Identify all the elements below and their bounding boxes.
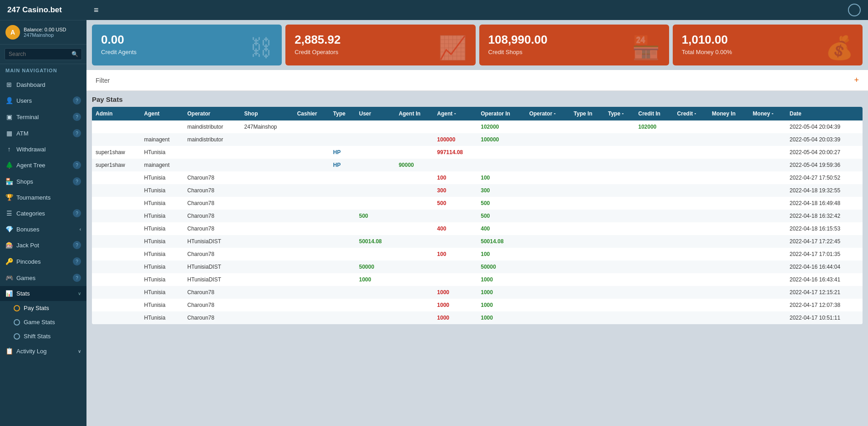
card-total-money: 1,010.00 Total Money 0.00% 💰 (673, 25, 863, 65)
filter-plus-button[interactable]: + (854, 75, 859, 85)
sidebar-item-agent-tree[interactable]: 🌲 Agent Tree ? (0, 157, 86, 173)
table-cell: 100 (477, 248, 525, 261)
table-cell (395, 210, 433, 222)
col-shop: Shop (240, 107, 293, 120)
table-cell (330, 286, 355, 299)
sidebar-item-activity-log[interactable]: 📋 Activity Log ∨ (0, 343, 86, 359)
table-cell (604, 311, 635, 324)
users-icon: 👤 (5, 97, 13, 104)
table-cell: HTunisia (140, 197, 183, 210)
table-cell (355, 222, 395, 235)
jackpot-badge: ? (73, 241, 81, 249)
table-cell (240, 248, 293, 261)
filter-label: Filter (96, 77, 110, 84)
table-cell (240, 235, 293, 248)
sidebar-item-games[interactable]: 🎮 Games ? (0, 270, 86, 286)
table-cell (92, 311, 140, 324)
stats-section-header[interactable]: 📊 Stats ∨ (0, 286, 86, 301)
table-cell (708, 261, 749, 273)
table-cell (330, 299, 355, 311)
col-operator: Operator (184, 107, 241, 120)
nav-section-title: MAIN NAVIGATION (0, 64, 86, 77)
search-input[interactable] (5, 48, 82, 60)
table-cell (330, 210, 355, 222)
sidebar-item-dashboard[interactable]: ⊞ Dashboard (0, 77, 86, 92)
table-cell (708, 184, 749, 197)
table-cell: 1000 (477, 273, 525, 286)
pincodes-icon: 🔑 (5, 258, 13, 265)
table-cell (526, 171, 570, 184)
sidebar-item-atm[interactable]: ▦ ATM ? (0, 125, 86, 141)
table-cell (604, 261, 635, 273)
table-cell (604, 299, 635, 311)
tournaments-icon: 🏆 (5, 194, 13, 201)
table-cell (674, 248, 709, 261)
table-cell (570, 146, 604, 159)
table-cell: HTunisia (140, 299, 183, 311)
table-cell (635, 235, 673, 248)
table-cell: Charoun78 (184, 311, 241, 324)
table-cell: 100 (477, 171, 525, 184)
table-cell (526, 286, 570, 299)
table-cell: 1000 (477, 299, 525, 311)
table-cell (240, 197, 293, 210)
table-cell: 2022-04-16 16:43:41 (786, 273, 863, 286)
sidebar-item-tournaments[interactable]: 🏆 Tournaments (0, 190, 86, 205)
sidebar-item-shops[interactable]: 🏪 Shops ? (0, 173, 86, 190)
table-cell: 1000 (477, 311, 525, 324)
table-cell (604, 133, 635, 146)
table-cell: 500 (355, 210, 395, 222)
table-row: maindistributor247Mainshop10200010200020… (92, 120, 863, 133)
table-cell (749, 120, 786, 133)
table-cell (294, 133, 330, 146)
table-cell (92, 120, 140, 133)
sidebar-item-terminal[interactable]: ▣ Terminal ? (0, 109, 86, 125)
table-row: HTunisiaCharoun78100010002022-04-17 12:1… (92, 286, 863, 299)
sidebar-item-categories[interactable]: ☰ Categories ? (0, 205, 86, 221)
topbar-circle-button[interactable] (848, 4, 861, 16)
shops-icon: 🏪 (5, 178, 13, 185)
table-cell: HP (330, 159, 355, 171)
table-cell: 50000 (355, 261, 395, 273)
jackpot-icon: 🎰 (5, 241, 13, 249)
sidebar-item-jackpot[interactable]: 🎰 Jack Pot ? (0, 237, 86, 253)
sidebar-item-users[interactable]: 👤 Users ? (0, 92, 86, 109)
table-cell (635, 197, 673, 210)
table-cell (526, 311, 570, 324)
table-cell: HP (330, 146, 355, 159)
table-cell (708, 197, 749, 210)
sidebar-item-game-stats[interactable]: Game Stats (0, 315, 86, 329)
table-cell (604, 184, 635, 197)
sidebar-item-bonuses[interactable]: 💎 Bonuses ‹ (0, 221, 86, 237)
table-cell (708, 235, 749, 248)
avatar: A (5, 25, 20, 40)
table-cell (294, 184, 330, 197)
col-type-in: Type In (570, 107, 604, 120)
sidebar-item-pincodes[interactable]: 🔑 Pincodes ? (0, 253, 86, 270)
table-row: HTunisiaHTunisiaDIST50014.0850014.082022… (92, 235, 863, 248)
table-row: HTunisiaCharoun784004002022-04-18 16:15:… (92, 222, 863, 235)
table-cell (604, 171, 635, 184)
sidebar-item-shift-stats[interactable]: Shift Stats (0, 329, 86, 343)
table-cell (355, 299, 395, 311)
menu-toggle-button[interactable]: ≡ (94, 5, 99, 15)
table-cell (395, 171, 433, 184)
table-cell (604, 273, 635, 286)
sidebar-item-withdrawal[interactable]: ↑ Withdrawal (0, 141, 86, 157)
table-row: mainagentmaindistributor1000001000002022… (92, 133, 863, 146)
table-cell: 50014.08 (477, 235, 525, 248)
table-cell (92, 133, 140, 146)
table-cell (526, 159, 570, 171)
sidebar-item-pay-stats[interactable]: Pay Stats (0, 301, 86, 315)
activity-arrow: ∨ (78, 349, 81, 354)
table-cell (433, 261, 477, 273)
table-cell (570, 261, 604, 273)
table-cell (240, 133, 293, 146)
table-cell (604, 235, 635, 248)
table-cell (294, 171, 330, 184)
table-cell (604, 248, 635, 261)
table-row: HTunisiaHTunisiaDIST50000500002022-04-16… (92, 261, 863, 273)
table-cell (749, 261, 786, 273)
user-name: 247Mainshop (24, 32, 66, 38)
table-cell (92, 210, 140, 222)
